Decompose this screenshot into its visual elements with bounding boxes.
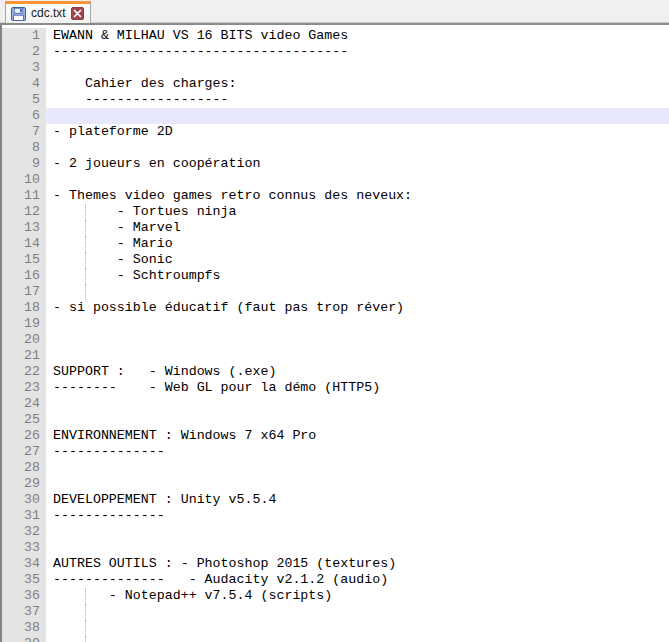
line-text[interactable]: --------------: [46, 508, 669, 524]
editor-line-6: 6: [2, 108, 669, 124]
line-text[interactable]: - Notepad++ v7.5.4 (scripts): [46, 588, 669, 604]
editor-line-18: 18- si possible éducatif (faut pas trop …: [2, 300, 669, 316]
line-number: 16: [2, 268, 46, 284]
line-number: 19: [2, 316, 46, 332]
line-number: 39: [2, 636, 46, 642]
line-number: 29: [2, 476, 46, 492]
line-text[interactable]: -------------- - Audacity v2.1.2 (audio): [46, 572, 669, 588]
line-number: 18: [2, 300, 46, 316]
editor-line-35: 35-------------- - Audacity v2.1.2 (audi…: [2, 572, 669, 588]
line-text[interactable]: - Sonic: [46, 252, 669, 268]
line-text[interactable]: - plateforme 2D: [46, 124, 669, 140]
line-number: 31: [2, 508, 46, 524]
line-number: 11: [2, 188, 46, 204]
line-text[interactable]: AUTRES OUTILS : - Photoshop 2015 (textur…: [46, 556, 669, 572]
line-text[interactable]: [46, 60, 669, 76]
editor-line-36: 36 - Notepad++ v7.5.4 (scripts): [2, 588, 669, 604]
save-icon: [11, 7, 26, 21]
line-text[interactable]: - Marvel: [46, 220, 669, 236]
tab-cdc-txt[interactable]: cdc.txt: [5, 1, 91, 23]
line-text[interactable]: [46, 540, 669, 556]
editor-line-28: 28: [2, 460, 669, 476]
editor-line-14: 14 - Mario: [2, 236, 669, 252]
line-text[interactable]: - Themes video games retro connus des ne…: [46, 188, 669, 204]
editor-line-39: 39: [2, 636, 669, 642]
line-number: 37: [2, 604, 46, 620]
editor-line-1: 1EWANN & MILHAU VS 16 BITS video Games: [2, 28, 669, 44]
line-number: 13: [2, 220, 46, 236]
editor-line-24: 24: [2, 396, 669, 412]
line-text[interactable]: - Mario: [46, 236, 669, 252]
line-text[interactable]: --------------: [46, 444, 669, 460]
editor-line-8: 8: [2, 140, 669, 156]
line-number: 38: [2, 620, 46, 636]
line-text[interactable]: EWANN & MILHAU VS 16 BITS video Games: [46, 28, 669, 44]
line-number: 22: [2, 364, 46, 380]
line-text[interactable]: [46, 108, 669, 124]
line-text[interactable]: - Tortues ninja: [46, 204, 669, 220]
editor-line-17: 17: [2, 284, 669, 300]
editor-line-11: 11- Themes video games retro connus des …: [2, 188, 669, 204]
line-text[interactable]: [46, 348, 669, 364]
line-text[interactable]: [46, 460, 669, 476]
line-number: 32: [2, 524, 46, 540]
close-icon[interactable]: [71, 7, 84, 20]
line-number: 12: [2, 204, 46, 220]
line-text[interactable]: [46, 396, 669, 412]
line-number: 6: [2, 108, 46, 124]
line-text[interactable]: [46, 476, 669, 492]
line-text[interactable]: [46, 140, 669, 156]
editor-line-33: 33: [2, 540, 669, 556]
line-text[interactable]: ------------------: [46, 92, 669, 108]
tab-bar: cdc.txt: [0, 0, 669, 25]
line-text[interactable]: [46, 284, 669, 300]
line-number: 24: [2, 396, 46, 412]
line-text[interactable]: [46, 412, 669, 428]
editor-line-25: 25: [2, 412, 669, 428]
line-text[interactable]: [46, 524, 669, 540]
line-text[interactable]: - 2 joueurs en coopération: [46, 156, 669, 172]
editor-line-5: 5 ------------------: [2, 92, 669, 108]
line-number: 9: [2, 156, 46, 172]
line-text[interactable]: SUPPORT : - Windows (.exe): [46, 364, 669, 380]
line-text[interactable]: -------- - Web GL pour la démo (HTTP5): [46, 380, 669, 396]
line-number: 15: [2, 252, 46, 268]
editor-line-13: 13 - Marvel: [2, 220, 669, 236]
line-number: 10: [2, 172, 46, 188]
line-text[interactable]: [46, 172, 669, 188]
editor-line-12: 12 - Tortues ninja: [2, 204, 669, 220]
editor-line-3: 3: [2, 60, 669, 76]
line-text[interactable]: - Schtroumpfs: [46, 268, 669, 284]
line-number: 2: [2, 44, 46, 60]
notepadpp-window: cdc.txt 1EWANN & MILHAU VS 16 BITS video…: [0, 0, 669, 642]
line-number: 7: [2, 124, 46, 140]
line-text[interactable]: DEVELOPPEMENT : Unity v5.5.4: [46, 492, 669, 508]
editor-line-22: 22SUPPORT : - Windows (.exe): [2, 364, 669, 380]
line-text[interactable]: [46, 332, 669, 348]
editor-line-31: 31--------------: [2, 508, 669, 524]
tab-label: cdc.txt: [31, 6, 66, 21]
editor-line-27: 27--------------: [2, 444, 669, 460]
line-number: 20: [2, 332, 46, 348]
line-number: 8: [2, 140, 46, 156]
line-text[interactable]: -------------------------------------: [46, 44, 669, 60]
text-editor[interactable]: 1EWANN & MILHAU VS 16 BITS video Games2-…: [0, 25, 669, 642]
line-text[interactable]: Cahier des charges:: [46, 76, 669, 92]
line-text[interactable]: - si possible éducatif (faut pas trop ré…: [46, 300, 669, 316]
editor-lines: 1EWANN & MILHAU VS 16 BITS video Games2-…: [2, 28, 669, 642]
editor-line-37: 37: [2, 604, 669, 620]
line-number: 35: [2, 572, 46, 588]
line-text[interactable]: ENVIRONNEMENT : Windows 7 x64 Pro: [46, 428, 669, 444]
line-number: 1: [2, 28, 46, 44]
line-number: 27: [2, 444, 46, 460]
line-number: 14: [2, 236, 46, 252]
editor-line-9: 9- 2 joueurs en coopération: [2, 156, 669, 172]
line-text[interactable]: [46, 620, 669, 636]
line-number: 4: [2, 76, 46, 92]
editor-line-34: 34AUTRES OUTILS : - Photoshop 2015 (text…: [2, 556, 669, 572]
line-text[interactable]: [46, 316, 669, 332]
editor-line-20: 20: [2, 332, 669, 348]
line-text[interactable]: [46, 636, 669, 642]
line-text[interactable]: [46, 604, 669, 620]
line-number: 28: [2, 460, 46, 476]
